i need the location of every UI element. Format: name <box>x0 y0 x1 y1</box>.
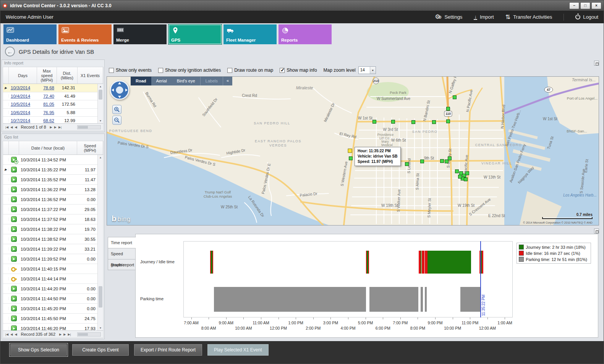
checkbox-box[interactable] <box>280 68 285 73</box>
gps-list-row[interactable]: ▶ 10/3/2014 11:39:22 PM 33.21 <box>3 244 103 254</box>
info-report-row[interactable]: ▶ 10/3/2014 78.68 142.31 <box>3 84 103 92</box>
day-link[interactable]: 10/3/2014 <box>9 85 37 90</box>
gps-list-row[interactable]: ▶ 10/3/2014 11:38:52 PM 30.55 <box>3 234 103 244</box>
scroll-thumb[interactable] <box>99 90 102 100</box>
checkbox-box[interactable] <box>109 68 114 73</box>
close-button[interactable]: × <box>591 2 601 9</box>
chart-tab[interactable]: Route report <box>108 259 136 270</box>
gps-list-row[interactable]: ▶ 10/3/2014 11:39:52 PM 0.00 <box>3 254 103 264</box>
gps-marker[interactable] <box>421 160 424 163</box>
transfer-activities-button[interactable]: ⇅ Transfer Activities <box>505 14 552 20</box>
maximize-button[interactable]: □ <box>580 2 590 9</box>
gps-marker[interactable] <box>447 120 450 123</box>
scroll-thumb[interactable] <box>99 286 102 308</box>
footer-button[interactable]: Create Gps Event <box>72 344 129 356</box>
gps-list-row[interactable]: ▶ 10/3/2014 11:36:22 PM 13.28 <box>3 185 103 195</box>
map-canvas[interactable]: MiralestePeck ParkW Summerland AveN Band… <box>107 77 599 225</box>
gps-marker[interactable] <box>373 120 376 124</box>
gps-list-row[interactable]: ▶ 10/3/2014 11:38:22 PM 19.70 <box>3 224 103 234</box>
gps-marker[interactable] <box>455 170 459 173</box>
map-zoom-out-button[interactable] <box>112 116 121 125</box>
gps-list-row[interactable]: ▶ 10/3/2014 11:37:22 PM 29.05 <box>3 205 103 214</box>
map-tabs-collapse-button[interactable]: « <box>223 77 232 85</box>
prev-button[interactable]: ◀ <box>15 126 17 129</box>
gps-list-row[interactable]: ▶ 10/3/2014 11:44:14 PM <box>3 274 103 284</box>
gps-marker[interactable] <box>440 159 444 163</box>
tile-merge[interactable]: Merge <box>113 24 167 44</box>
settings-button[interactable]: ⚙⚙ Settings <box>435 14 462 20</box>
max-speed-link[interactable]: 81.05 <box>37 102 57 106</box>
column-header-x1-events[interactable]: X1 Events <box>78 67 103 84</box>
gps-list-row[interactable]: ▶ 10/3/2014 11:45:50 PM 24.75 <box>3 314 103 324</box>
last-page-button[interactable]: ▶| <box>58 126 62 129</box>
tile-gps[interactable]: GPS <box>168 24 222 44</box>
gps-list-row[interactable]: ▶ 10/3/2014 11:37:52 PM 18.63 <box>3 214 103 224</box>
max-speed-link[interactable]: 72.40 <box>37 94 57 98</box>
info-report-row[interactable]: ▶ 10/4/2014 72.40 41.49 <box>3 92 103 101</box>
map-option-checkbox[interactable]: Show map info <box>280 68 317 73</box>
chart-tab[interactable]: Speed graphic <box>108 248 136 259</box>
gps-marker[interactable] <box>466 172 469 175</box>
gps-list-row[interactable]: ▶ 10/3/2014 11:35:22 PM 11.97 <box>3 165 103 175</box>
horizontal-scrollbar[interactable] <box>77 125 101 129</box>
chart-panel-collapse-button[interactable] <box>594 229 599 234</box>
day-link[interactable]: 10/4/2014 <box>9 94 37 98</box>
gps-marker[interactable] <box>412 121 415 124</box>
selected-gps-marker[interactable] <box>348 149 352 153</box>
gps-list-row[interactable]: ▶ 10/3/2014 11:44:20 PM 0.00 <box>3 284 103 294</box>
zoom-level-select[interactable]: 14 ▼ <box>358 66 376 74</box>
footer-button[interactable]: Play Selected X1 Event <box>207 344 268 356</box>
map-compass[interactable] <box>109 80 130 101</box>
column-header-date[interactable]: Date / hour (local) <box>19 141 77 155</box>
checkbox-box[interactable] <box>227 68 232 73</box>
chevron-down-icon[interactable]: ▼ <box>370 67 376 74</box>
logout-button[interactable]: Logout <box>575 14 598 20</box>
title-bar[interactable]: idrive Control Center - 3.0.2 version - … <box>0 0 604 11</box>
scroll-up-icon[interactable]: ▲ <box>98 155 103 160</box>
gps-marker[interactable] <box>448 157 452 160</box>
prev-group-button[interactable]: ◀ <box>10 126 13 129</box>
footer-button[interactable]: Show Gps Selection <box>10 344 67 356</box>
max-speed-link[interactable]: 78.68 <box>37 85 57 90</box>
gps-list-row[interactable]: ▶ 10/3/2014 11:45:20 PM 0.00 <box>3 304 103 314</box>
map-panel-collapse-button[interactable] <box>594 61 599 66</box>
map-panel[interactable]: MiralestePeck ParkW Summerland AveN Band… <box>107 76 599 225</box>
first-page-button[interactable]: |◀ <box>5 333 8 336</box>
chart-tab[interactable]: Time report <box>108 237 136 248</box>
gps-marker[interactable] <box>458 175 462 179</box>
gps-marker[interactable] <box>405 163 409 166</box>
minimize-button[interactable]: – <box>569 2 579 9</box>
next-group-button[interactable]: ▶ <box>54 126 57 129</box>
day-link[interactable]: 10/5/2014 <box>9 102 37 106</box>
horizontal-scrollbar[interactable] <box>77 332 101 337</box>
gps-list-scrollbar[interactable]: ▲ ▼ <box>97 155 103 330</box>
gps-marker[interactable] <box>447 107 450 111</box>
gps-marker[interactable] <box>432 121 436 124</box>
info-report-scrollbar[interactable]: ▲ ▼ <box>97 84 103 123</box>
gps-marker[interactable] <box>349 157 353 160</box>
back-button[interactable]: ← <box>5 47 15 56</box>
tile-dashboard[interactable]: Dashboard <box>3 24 57 44</box>
gps-list-row[interactable]: ▶ 10/3/2014 11:44:50 PM 0.00 <box>3 294 103 304</box>
map-view-tab[interactable]: Bird's eye <box>172 77 200 85</box>
map-zoom-in-button[interactable] <box>112 105 121 114</box>
map-option-checkbox[interactable]: Show only ignition activities <box>158 68 221 73</box>
info-report-row[interactable]: ▶ 10/5/2014 81.05 172.56 <box>3 100 103 109</box>
checkbox-box[interactable] <box>158 68 163 73</box>
next-button[interactable]: ▶ <box>50 126 52 129</box>
scroll-down-icon[interactable]: ▼ <box>98 118 103 123</box>
next-group-button[interactable]: ▶ <box>63 333 66 336</box>
last-page-button[interactable]: ▶| <box>68 333 71 336</box>
gps-marker[interactable] <box>464 178 468 181</box>
day-link[interactable]: 10/7/2014 <box>9 118 37 123</box>
column-header-max-speed[interactable]: Max speed (MPH) <box>37 67 57 84</box>
gps-list-row[interactable]: ▶ 10/3/2014 11:34:52 PM <box>3 155 103 165</box>
gps-marker[interactable] <box>392 120 395 124</box>
gps-list-row[interactable]: ▶ 10/3/2014 11:35:52 PM 11.47 <box>3 175 103 185</box>
prev-group-button[interactable]: ◀ <box>10 333 13 336</box>
info-report-row[interactable]: ▶ 10/6/2014 76.95 5.88 <box>3 109 103 117</box>
prev-button[interactable]: ◀ <box>15 333 17 336</box>
gps-list-row[interactable]: ▶ 10/3/2014 11:36:52 PM 0.00 <box>3 195 103 205</box>
next-button[interactable]: ▶ <box>59 333 62 336</box>
map-view-tab[interactable]: Aerial <box>151 77 172 85</box>
